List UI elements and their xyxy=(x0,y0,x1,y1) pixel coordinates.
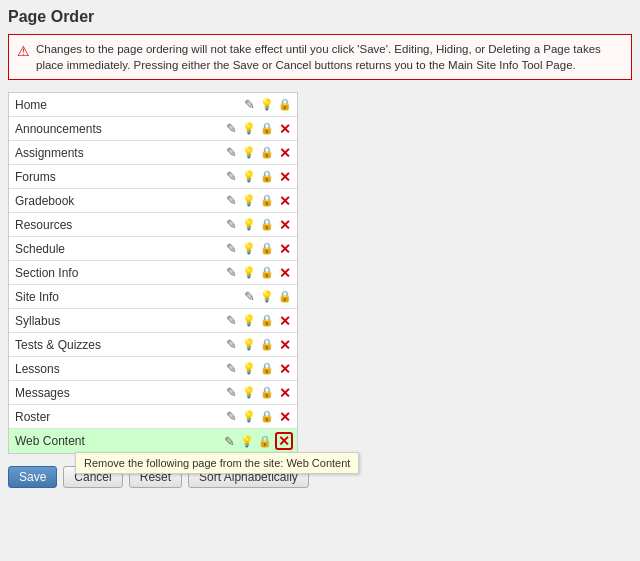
page-action-icons: ✎💡🔒✕ xyxy=(223,337,293,353)
delete-page-button[interactable]: ✕ xyxy=(277,361,293,377)
list-item: Section Info✎💡🔒✕ xyxy=(9,261,297,285)
page-action-icons: ✎💡🔒✕ xyxy=(223,121,293,137)
edit-icon[interactable]: ✎ xyxy=(223,409,239,425)
visibility-icon[interactable]: 💡 xyxy=(241,121,257,137)
edit-icon[interactable]: ✎ xyxy=(223,313,239,329)
lock-icon[interactable]: 🔒 xyxy=(259,265,275,281)
page-name: Lessons xyxy=(13,362,223,376)
delete-page-button[interactable]: ✕ xyxy=(277,217,293,233)
edit-icon[interactable]: ✎ xyxy=(223,361,239,377)
edit-icon[interactable]: ✎ xyxy=(223,265,239,281)
lock-icon[interactable]: 🔒 xyxy=(259,385,275,401)
visibility-icon[interactable]: 💡 xyxy=(241,313,257,329)
visibility-icon[interactable]: 💡 xyxy=(241,217,257,233)
page-action-icons: ✎💡🔒✕ xyxy=(223,361,293,377)
page-list: Home✎💡🔒Announcements✎💡🔒✕Assignments✎💡🔒✕F… xyxy=(8,92,298,454)
list-item: Forums✎💡🔒✕ xyxy=(9,165,297,189)
lock-icon[interactable]: 🔒 xyxy=(259,217,275,233)
page-name: Roster xyxy=(13,410,223,424)
edit-icon[interactable]: ✎ xyxy=(241,97,257,113)
lock-icon[interactable]: 🔒 xyxy=(277,97,293,113)
delete-page-button[interactable]: ✕ xyxy=(277,121,293,137)
lock-icon[interactable]: 🔒 xyxy=(259,121,275,137)
page-name: Tests & Quizzes xyxy=(13,338,223,352)
delete-page-button[interactable]: ✕ xyxy=(277,385,293,401)
edit-icon[interactable]: ✎ xyxy=(221,433,237,449)
visibility-icon[interactable]: 💡 xyxy=(241,361,257,377)
delete-tooltip-container: ✕Remove the following page from the site… xyxy=(275,432,293,450)
lock-icon[interactable]: 🔒 xyxy=(259,241,275,257)
edit-icon[interactable]: ✎ xyxy=(241,289,257,305)
warning-text: Changes to the page ordering will not ta… xyxy=(36,41,623,73)
edit-icon[interactable]: ✎ xyxy=(223,337,239,353)
visibility-icon[interactable]: 💡 xyxy=(259,289,275,305)
list-item: Resources✎💡🔒✕ xyxy=(9,213,297,237)
lock-icon[interactable]: 🔒 xyxy=(259,409,275,425)
edit-icon[interactable]: ✎ xyxy=(223,145,239,161)
page-action-icons: ✎💡🔒✕ xyxy=(223,385,293,401)
visibility-icon[interactable]: 💡 xyxy=(241,337,257,353)
visibility-icon[interactable]: 💡 xyxy=(241,193,257,209)
warning-box: ⚠ Changes to the page ordering will not … xyxy=(8,34,632,80)
warning-icon: ⚠ xyxy=(17,42,30,62)
delete-page-button[interactable]: ✕ xyxy=(277,409,293,425)
page-name: Forums xyxy=(13,170,223,184)
list-item: Gradebook✎💡🔒✕ xyxy=(9,189,297,213)
delete-page-button[interactable]: ✕ xyxy=(277,193,293,209)
delete-page-button[interactable]: ✕ xyxy=(277,145,293,161)
delete-page-button[interactable]: ✕ xyxy=(277,313,293,329)
page-action-icons: ✎💡🔒✕ xyxy=(223,313,293,329)
page-action-icons: ✎💡🔒 xyxy=(241,97,293,113)
delete-page-button[interactable]: ✕ xyxy=(277,169,293,185)
page-action-icons: ✎💡🔒✕ xyxy=(223,241,293,257)
visibility-icon[interactable]: 💡 xyxy=(241,385,257,401)
visibility-icon[interactable]: 💡 xyxy=(241,145,257,161)
page-action-icons: ✎💡🔒✕ xyxy=(223,217,293,233)
lock-icon[interactable]: 🔒 xyxy=(259,193,275,209)
lock-icon[interactable]: 🔒 xyxy=(259,313,275,329)
page-action-icons: ✎💡🔒✕ xyxy=(223,169,293,185)
page-name: Web Content xyxy=(13,434,221,448)
visibility-icon[interactable]: 💡 xyxy=(241,409,257,425)
delete-page-button[interactable]: ✕ xyxy=(275,432,293,450)
page-name: Site Info xyxy=(13,290,241,304)
page-name: Section Info xyxy=(13,266,223,280)
lock-icon[interactable]: 🔒 xyxy=(259,361,275,377)
list-item: Tests & Quizzes✎💡🔒✕ xyxy=(9,333,297,357)
lock-icon[interactable]: 🔒 xyxy=(257,433,273,449)
visibility-icon[interactable]: 💡 xyxy=(259,97,275,113)
page-action-icons: ✎💡🔒✕ xyxy=(223,265,293,281)
visibility-icon[interactable]: 💡 xyxy=(241,265,257,281)
page-action-icons: ✎💡🔒✕ xyxy=(223,145,293,161)
page-action-icons: ✎💡🔒✕Remove the following page from the s… xyxy=(221,432,293,450)
list-item: Assignments✎💡🔒✕ xyxy=(9,141,297,165)
delete-page-button[interactable]: ✕ xyxy=(277,265,293,281)
page-name: Schedule xyxy=(13,242,223,256)
lock-icon[interactable]: 🔒 xyxy=(277,289,293,305)
list-item: Messages✎💡🔒✕ xyxy=(9,381,297,405)
lock-icon[interactable]: 🔒 xyxy=(259,145,275,161)
page-name: Home xyxy=(13,98,241,112)
visibility-icon[interactable]: 💡 xyxy=(239,433,255,449)
page-name: Resources xyxy=(13,218,223,232)
delete-page-button[interactable]: ✕ xyxy=(277,241,293,257)
page-name: Assignments xyxy=(13,146,223,160)
page-title: Page Order xyxy=(8,8,632,26)
page-name: Syllabus xyxy=(13,314,223,328)
visibility-icon[interactable]: 💡 xyxy=(241,241,257,257)
list-item: Roster✎💡🔒✕ xyxy=(9,405,297,429)
edit-icon[interactable]: ✎ xyxy=(223,169,239,185)
edit-icon[interactable]: ✎ xyxy=(223,217,239,233)
edit-icon[interactable]: ✎ xyxy=(223,121,239,137)
save-button[interactable]: Save xyxy=(8,466,57,488)
page-action-icons: ✎💡🔒 xyxy=(241,289,293,305)
edit-icon[interactable]: ✎ xyxy=(223,385,239,401)
delete-page-button[interactable]: ✕ xyxy=(277,337,293,353)
visibility-icon[interactable]: 💡 xyxy=(241,169,257,185)
list-item: Home✎💡🔒 xyxy=(9,93,297,117)
lock-icon[interactable]: 🔒 xyxy=(259,337,275,353)
edit-icon[interactable]: ✎ xyxy=(223,241,239,257)
lock-icon[interactable]: 🔒 xyxy=(259,169,275,185)
page-action-icons: ✎💡🔒✕ xyxy=(223,409,293,425)
edit-icon[interactable]: ✎ xyxy=(223,193,239,209)
